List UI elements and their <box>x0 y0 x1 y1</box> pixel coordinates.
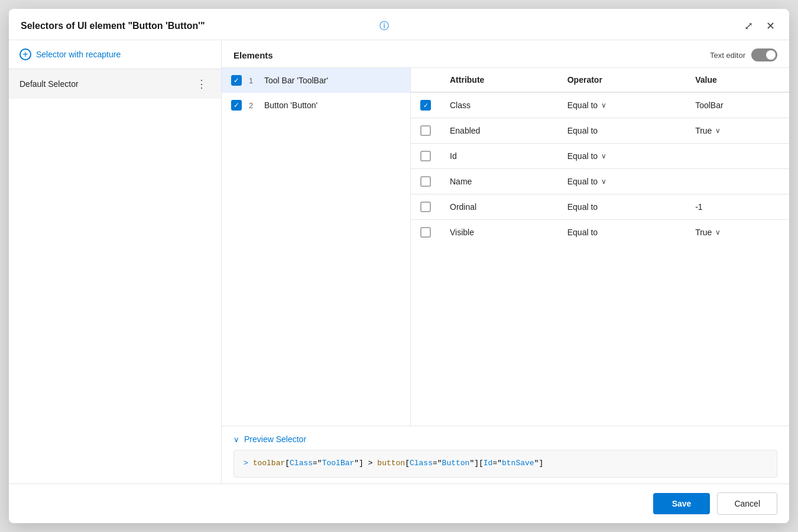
operator-cell-class: Equal to ∨ <box>567 100 676 110</box>
code-eq3: =" <box>492 459 502 468</box>
title-bar: Selectors of UI element "Button 'Button'… <box>9 9 789 40</box>
right-panel: Elements Text editor ✓ 1 Tool Bar 'ToolB… <box>222 40 789 484</box>
attr-checkbox-enabled[interactable] <box>420 125 431 136</box>
operator-value-name: Equal to <box>567 177 598 186</box>
code-toolbar-selector: toolbar <box>253 459 286 468</box>
code-bracket-close2: "][ <box>469 459 483 468</box>
operator-cell-ordinal: Equal to <box>567 202 676 212</box>
chevron-down-icon[interactable]: ∨ <box>601 152 606 160</box>
add-selector-button[interactable]: + Selector with recapture <box>9 40 221 69</box>
attr-checkbox-name[interactable] <box>420 176 431 187</box>
attr-value-ordinal: -1 <box>686 194 789 220</box>
value-text-enabled: True <box>695 126 712 135</box>
attr-col-operator: Operator <box>558 68 686 92</box>
code-button-selector: button <box>377 459 405 468</box>
attr-checkbox-visible[interactable] <box>420 227 431 238</box>
code-bracket-close1: "] <box>354 459 364 468</box>
attr-checkbox-cell-name <box>411 169 440 194</box>
attr-checkbox-cell-enabled <box>411 118 440 144</box>
operator-value-id: Equal to <box>567 151 598 161</box>
element-label-1: Tool Bar 'ToolBar' <box>264 76 328 85</box>
add-icon: + <box>20 48 31 60</box>
code-gt: > <box>368 459 373 468</box>
preview-header[interactable]: ∨ Preview Selector <box>233 434 777 444</box>
attr-operator-class: Equal to ∨ <box>558 92 686 118</box>
add-selector-label: Selector with recapture <box>36 50 121 59</box>
chevron-down-icon[interactable]: ∨ <box>715 126 721 135</box>
attr-name-class: Class <box>440 92 558 118</box>
code-bracket-open: [ <box>285 459 290 468</box>
operator-cell-enabled: Equal to <box>567 126 676 135</box>
operator-value-enabled: Equal to <box>567 126 598 135</box>
attr-checkbox-cell-ordinal <box>411 194 440 220</box>
checkmark-icon: ✓ <box>233 77 239 84</box>
attr-checkbox-cell-visible <box>411 220 440 245</box>
element-checkbox-2[interactable]: ✓ <box>231 100 242 111</box>
chevron-down-icon[interactable]: ∨ <box>601 101 606 109</box>
attr-operator-enabled: Equal to <box>558 118 686 144</box>
attr-checkbox-ordinal[interactable] <box>420 202 431 212</box>
chevron-down-icon[interactable]: ∨ <box>715 228 721 236</box>
code-val-toolbar: ToolBar <box>322 459 355 468</box>
code-bracket-close3: "] <box>534 459 544 468</box>
dialog-body: + Selector with recapture Default Select… <box>9 40 789 484</box>
attr-name-name: Name <box>440 169 558 194</box>
element-label-2: Button 'Button' <box>264 100 317 110</box>
elements-list: ✓ 1 Tool Bar 'ToolBar' ✓ 2 Button 'Butto… <box>222 68 411 426</box>
selector-list: Default Selector ⋮ <box>9 69 221 484</box>
chevron-down-icon[interactable]: ∨ <box>601 177 606 186</box>
attr-row-visible: Visible Equal to True ∨ <box>411 220 789 245</box>
elements-header: Elements Text editor <box>222 40 789 68</box>
attr-name-enabled: Enabled <box>440 118 558 144</box>
attr-name-visible: Visible <box>440 220 558 245</box>
text-editor-label: Text editor <box>710 51 745 60</box>
code-val-id: btnSave <box>502 459 534 468</box>
element-num-1: 1 <box>249 76 257 85</box>
expand-button[interactable]: ⤢ <box>742 20 755 33</box>
attr-col-value: Value <box>686 68 789 92</box>
attr-checkbox-cell-class: ✓ <box>411 92 440 118</box>
value-cell-enabled: True ∨ <box>695 126 780 135</box>
value-cell-visible: True ∨ <box>695 228 780 237</box>
element-row[interactable]: ✓ 2 Button 'Button' <box>222 93 410 118</box>
selector-item[interactable]: Default Selector ⋮ <box>9 69 221 99</box>
attr-value-name <box>686 169 789 194</box>
attributes-header-row: Attribute Operator Value <box>411 68 789 92</box>
attr-name-ordinal: Ordinal <box>440 194 558 220</box>
code-attr-class2: Class <box>410 459 433 468</box>
attr-value-visible: True ∨ <box>686 220 789 245</box>
operator-value-ordinal: Equal to <box>567 202 598 212</box>
element-row[interactable]: ✓ 1 Tool Bar 'ToolBar' <box>222 68 410 93</box>
element-checkbox-1[interactable]: ✓ <box>231 75 242 86</box>
attr-value-id <box>686 144 789 169</box>
code-bracket-open2: [ <box>405 459 410 468</box>
value-text-visible: True <box>695 228 712 237</box>
code-attr-class1: Class <box>290 459 313 468</box>
info-icon[interactable]: ⓘ <box>379 20 389 33</box>
attr-value-enabled: True ∨ <box>686 118 789 144</box>
elements-title: Elements <box>233 50 273 60</box>
preview-section: ∨ Preview Selector > toolbar[Class="Tool… <box>222 426 789 484</box>
left-panel: + Selector with recapture Default Select… <box>9 40 222 484</box>
checkmark-icon: ✓ <box>423 102 429 109</box>
selector-item-menu-icon[interactable]: ⋮ <box>193 76 210 92</box>
text-editor-switch[interactable] <box>751 48 777 61</box>
text-editor-toggle: Text editor <box>710 48 777 61</box>
attr-row-id: Id Equal to ∨ <box>411 144 789 169</box>
attr-row-name: Name Equal to ∨ <box>411 169 789 194</box>
attr-operator-id: Equal to ∨ <box>558 144 686 169</box>
save-button[interactable]: Save <box>653 493 711 514</box>
preview-header-label: Preview Selector <box>244 434 306 444</box>
code-eq2: =" <box>433 459 442 468</box>
attr-checkbox-cell-id <box>411 144 440 169</box>
attr-operator-visible: Equal to <box>558 220 686 245</box>
attr-checkbox-id[interactable] <box>420 151 431 161</box>
preview-code: > toolbar[Class="ToolBar"] > button[Clas… <box>233 450 777 478</box>
close-button[interactable]: ✕ <box>764 20 777 33</box>
attr-checkbox-class[interactable]: ✓ <box>420 100 431 111</box>
code-attr-id: Id <box>484 459 493 468</box>
code-arrow: > <box>244 459 248 468</box>
dialog: Selectors of UI element "Button 'Button'… <box>9 9 789 523</box>
attr-operator-ordinal: Equal to <box>558 194 686 220</box>
cancel-button[interactable]: Cancel <box>717 492 777 515</box>
